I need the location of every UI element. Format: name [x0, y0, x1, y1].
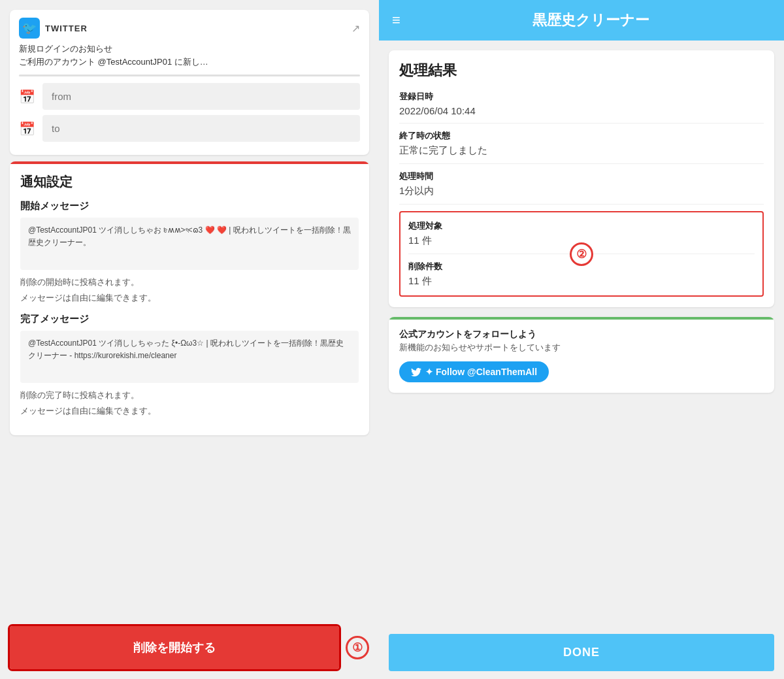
twitter-follow-icon: [411, 368, 421, 376]
processing-results-box: 処理対象 11 件 ② 削除件数 11 件: [399, 211, 764, 297]
start-message-section: 開始メッセージ @TestAccountJP01 ツイ消ししちゃお ₻ʍʍ>ৎ<…: [20, 200, 359, 304]
calendar-to-icon: 📅: [19, 121, 36, 137]
status-label: 終了時の状態: [399, 130, 764, 142]
complete-hint1: 削除の完了時に投稿されます。: [20, 389, 359, 401]
badge-1: ①: [346, 636, 369, 659]
twitter-title: TWITTER: [45, 24, 88, 33]
complete-message-section: 完了メッセージ @TestAccountJP01 ツイ消ししちゃった ξ•-Ωω…: [20, 313, 359, 417]
deleted-value: 11 件: [408, 275, 755, 288]
complete-message-textarea[interactable]: @TestAccountJP01 ツイ消ししちゃった ξ•-Ωω3☆ | 呪われ…: [20, 331, 359, 383]
to-input[interactable]: [42, 115, 360, 142]
from-row: 📅: [19, 83, 360, 110]
follow-button-label: ✦ Follow @CleanThemAll: [425, 367, 537, 377]
right-header-title: 黒歴史クリーナー: [411, 10, 771, 30]
start-hint1: 削除の開始時に投稿されます。: [20, 276, 359, 288]
status-value: 正常に完了しました: [399, 144, 764, 157]
to-row: 📅: [19, 115, 360, 142]
follow-card: 公式アカウントをフォローしよう 新機能のお知らせやサポートをしています ✦ Fo…: [389, 317, 774, 393]
badge-2: ②: [570, 242, 593, 266]
done-bar: DONE: [379, 626, 784, 679]
follow-button[interactable]: ✦ Follow @CleanThemAll: [399, 361, 549, 382]
twitter-notification: 新規ログインのお知らせ ご利用のアカウント @TestAccountJP01 に…: [19, 42, 360, 68]
twitter-bird-icon: 🐦: [19, 18, 40, 39]
follow-top-bar: [389, 317, 774, 320]
twitter-divider: [19, 75, 360, 76]
follow-sub-text: 新機能のお知らせやサポートをしています: [399, 342, 764, 354]
registration-row: 登録日時 2022/06/04 10:44: [399, 91, 764, 124]
registration-value: 2022/06/04 10:44: [399, 105, 764, 116]
twitter-header: 🐦 TWITTER ↗: [19, 18, 360, 39]
from-input[interactable]: [42, 83, 360, 110]
result-card: 処理結果 登録日時 2022/06/04 10:44 終了時の状態 正常に完了し…: [389, 50, 774, 307]
hamburger-icon[interactable]: ≡: [392, 12, 400, 29]
start-hint2: メッセージは自由に編集できます。: [20, 292, 359, 304]
complete-hint2: メッセージは自由に編集できます。: [20, 405, 359, 417]
twitter-arrow-icon: ↗: [351, 22, 360, 35]
done-button[interactable]: DONE: [389, 634, 774, 671]
calendar-from-icon: 📅: [19, 89, 36, 105]
notification-card: 通知設定 開始メッセージ @TestAccountJP01 ツイ消ししちゃお ₻…: [10, 161, 369, 435]
status-row: 終了時の状態 正常に完了しました: [399, 130, 764, 164]
notification-content: 通知設定 開始メッセージ @TestAccountJP01 ツイ消ししちゃお ₻…: [10, 164, 369, 435]
complete-message-label: 完了メッセージ: [20, 313, 359, 325]
duration-label: 処理時間: [399, 171, 764, 182]
twitter-notif-line1: 新規ログインのお知らせ: [19, 42, 360, 56]
duration-row: 処理時間 1分以内: [399, 171, 764, 205]
delete-button[interactable]: 削除を開始する: [10, 626, 339, 669]
right-panel: ≡ 黒歴史クリーナー 処理結果 登録日時 2022/06/04 10:44 終了…: [379, 0, 784, 679]
twitter-notif-line2: ご利用のアカウント @TestAccountJP01 に新し…: [19, 56, 360, 69]
registration-label: 登録日時: [399, 91, 764, 103]
twitter-logo-area: 🐦 TWITTER: [19, 18, 88, 39]
follow-main-text: 公式アカウントをフォローしよう: [399, 329, 764, 340]
right-header: ≡ 黒歴史クリーナー: [379, 0, 784, 41]
start-message-label: 開始メッセージ: [20, 200, 359, 212]
duration-value: 1分以内: [399, 185, 764, 197]
result-main-title: 処理結果: [399, 61, 764, 80]
notification-settings-title: 通知設定: [20, 173, 359, 191]
left-panel: 🐦 TWITTER ↗ 新規ログインのお知らせ ご利用のアカウント @TestA…: [0, 0, 379, 679]
twitter-card: 🐦 TWITTER ↗ 新規ログインのお知らせ ご利用のアカウント @TestA…: [10, 10, 369, 155]
start-message-textarea[interactable]: @TestAccountJP01 ツイ消ししちゃお ₻ʍʍ>ৎ<ɷ3 ❤️ ❤️…: [20, 218, 359, 270]
bottom-bar: 削除を開始する ①: [0, 616, 379, 679]
target-label: 処理対象: [408, 220, 755, 232]
